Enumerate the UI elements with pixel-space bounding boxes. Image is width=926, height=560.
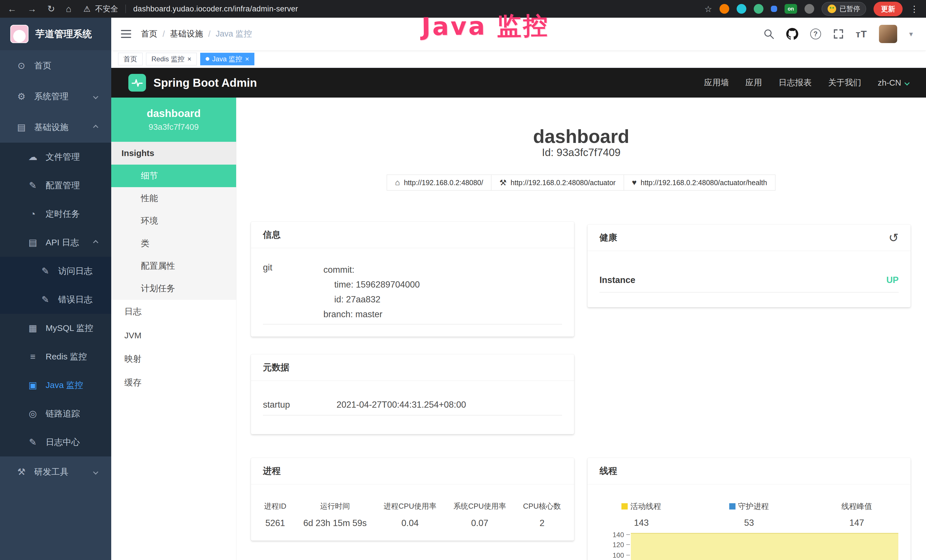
actuator-url: http://192.168.0.2:48080/actuator (510, 179, 616, 187)
y-tick-mark (626, 555, 630, 555)
process-card-title: 进程 (263, 465, 281, 477)
legend-swatch-blue (729, 503, 735, 510)
locale-selector[interactable]: zh-CN (878, 78, 909, 88)
sidebar-item-api-log[interactable]: ▤ API 日志 (0, 228, 111, 257)
breadcrumb-separator: / (163, 29, 165, 39)
health-row: Instance UP (599, 275, 899, 292)
breadcrumb-current: Java 监控 (216, 28, 252, 40)
sba-app-id: 93a3fc7f7409 (148, 123, 199, 132)
breadcrumb: 首页 / 基础设施 / Java 监控 (141, 28, 252, 40)
sba-nav-wallboard[interactable]: 应用墙 (704, 77, 729, 88)
sidebar-item-access-log[interactable]: ✎ 访问日志 (0, 257, 111, 285)
browser-home-icon[interactable]: ⌂ (66, 4, 71, 14)
heart-icon: ♥ (632, 178, 637, 187)
document-icon: ✎ (40, 266, 51, 277)
caret-down-icon[interactable]: ▾ (909, 30, 913, 38)
sba-item-environment[interactable]: 环境 (111, 210, 236, 232)
forward-icon[interactable]: → (27, 4, 36, 14)
sba-item-details[interactable]: 细节 (111, 165, 236, 187)
bookmark-star-icon[interactable]: ☆ (704, 4, 712, 14)
service-url-button[interactable]: ⌂ http://192.168.0.2:48080/ (387, 175, 492, 191)
close-icon[interactable]: × (245, 56, 249, 62)
y-tick-mark (626, 544, 630, 545)
sba-brand[interactable]: Spring Boot Admin (128, 74, 257, 92)
sba-item-classes[interactable]: 类 (111, 232, 236, 255)
extension-icon[interactable] (754, 4, 763, 14)
sba-item-caches[interactable]: 缓存 (111, 371, 236, 395)
back-icon[interactable]: ← (8, 4, 17, 14)
sidebar-label: 首页 (34, 60, 51, 72)
wrench-icon: ⚒ (499, 178, 507, 188)
page-header: 首页 / 基础设施 / Java 监控 ? тT ▾ (111, 18, 926, 50)
sba-nav-journal[interactable]: 日志报表 (779, 77, 812, 88)
hamburger-icon[interactable] (121, 29, 131, 38)
sba-app-header[interactable]: dashboard 93a3fc7f7409 (111, 98, 236, 142)
breadcrumb-infra[interactable]: 基础设施 (170, 28, 203, 40)
help-icon[interactable]: ? (810, 29, 821, 39)
close-icon[interactable]: × (188, 56, 191, 62)
sba-insights-group: 细节 性能 环境 类 配置属性 计划任务 (111, 165, 236, 300)
sba-app-name: dashboard (147, 107, 200, 120)
github-icon[interactable] (786, 28, 798, 40)
sba-nav-applications[interactable]: 应用 (746, 77, 762, 88)
extension-icon[interactable] (805, 4, 814, 14)
sidebar-item-config[interactable]: ✎ 配置管理 (0, 171, 111, 200)
sba-section-insights: Insights (111, 142, 236, 165)
sba-nav-about[interactable]: 关于我们 (828, 77, 861, 88)
screen-icon: ▣ (27, 380, 38, 390)
sidebar-item-mysql[interactable]: ▦ MySQL 监控 (0, 314, 111, 342)
security-label: 不安全 (95, 4, 118, 14)
instance-links: ⌂ http://192.168.0.2:48080/ ⚒ http://192… (236, 175, 926, 191)
browser-menu-icon[interactable]: ⋮ (910, 4, 918, 14)
extension-icon[interactable] (720, 4, 729, 14)
sidebar-item-files[interactable]: ☁ 文件管理 (0, 143, 111, 171)
sidebar-item-redis[interactable]: ≡ Redis 监控 (0, 342, 111, 371)
sidebar-item-infra[interactable]: ▤ 基础设施 (0, 112, 111, 143)
sidebar-item-home[interactable]: ⊙ 首页 (0, 50, 111, 81)
search-icon[interactable] (763, 29, 774, 39)
sidebar-item-log-center[interactable]: ✎ 日志中心 (0, 428, 111, 456)
sba-item-mappings[interactable]: 映射 (111, 347, 236, 371)
instance-id: Id: 93a3fc7f7409 (236, 147, 926, 159)
font-size-icon[interactable]: тT (856, 29, 867, 40)
legend-swatch-yellow (622, 503, 628, 510)
tab-label: 首页 (124, 54, 137, 64)
sba-item-config-props[interactable]: 配置属性 (111, 255, 236, 277)
extension-on-badge[interactable]: on (785, 4, 797, 14)
tab-home[interactable]: 首页 (118, 53, 142, 65)
address-bar[interactable]: ⚠ 不安全 dashboard.yudao.iocoder.cn/infra/a… (83, 4, 298, 14)
sidebar-item-devtools[interactable]: ⚒ 研发工具 (0, 456, 111, 487)
fullscreen-icon[interactable] (833, 29, 844, 39)
history-icon[interactable]: ↺ (889, 231, 899, 245)
sidebar-label: 文件管理 (45, 151, 80, 163)
sidebar-item-system[interactable]: ⚙ 系统管理 (0, 81, 111, 112)
health-card: 健康 ↺ Instance UP (587, 224, 911, 307)
user-avatar[interactable] (879, 25, 897, 43)
sba-item-scheduled-tasks[interactable]: 计划任务 (111, 277, 236, 300)
extension-icon[interactable] (737, 4, 746, 14)
sba-item-jvm[interactable]: JVM (111, 324, 236, 347)
update-button[interactable]: 更新 (873, 2, 903, 16)
sidebar-item-trace[interactable]: ◎ 链路追踪 (0, 400, 111, 428)
sidebar-item-java[interactable]: ▣ Java 监控 (0, 371, 111, 400)
sba-item-metrics[interactable]: 性能 (111, 187, 236, 210)
cpu-cores: CPU核心数 2 (523, 501, 561, 528)
sidebar-item-jobs[interactable]: ◔ 定时任务 (0, 200, 111, 228)
reload-icon[interactable]: ↻ (47, 3, 55, 14)
app-logo-row[interactable]: 芋道管理系统 (0, 18, 111, 50)
tab-label: Java 监控 (212, 54, 242, 64)
tab-java[interactable]: Java 监控 × (200, 53, 254, 65)
profile-paused-pill[interactable]: 已暂停 (822, 2, 866, 16)
tab-redis[interactable]: Redis 监控 × (146, 53, 197, 65)
actuator-url-button[interactable]: ⚒ http://192.168.0.2:48080/actuator (491, 175, 624, 191)
grid-icon: ▦ (27, 322, 38, 333)
health-url-button[interactable]: ♥ http://192.168.0.2:48080/actuator/heal… (624, 175, 775, 191)
sba-item-logs[interactable]: 日志 (111, 300, 236, 324)
process-pid: 进程ID 5261 (264, 501, 286, 528)
extension-icon[interactable] (771, 6, 777, 12)
monitor-icon: ▤ (16, 122, 27, 133)
breadcrumb-home[interactable]: 首页 (141, 28, 157, 40)
sidebar-label: 访问日志 (58, 265, 92, 277)
sba-main: dashboard Id: 93a3fc7f7409 ⌂ http://192.… (236, 98, 926, 560)
sidebar-item-error-log[interactable]: ✎ 错误日志 (0, 285, 111, 314)
